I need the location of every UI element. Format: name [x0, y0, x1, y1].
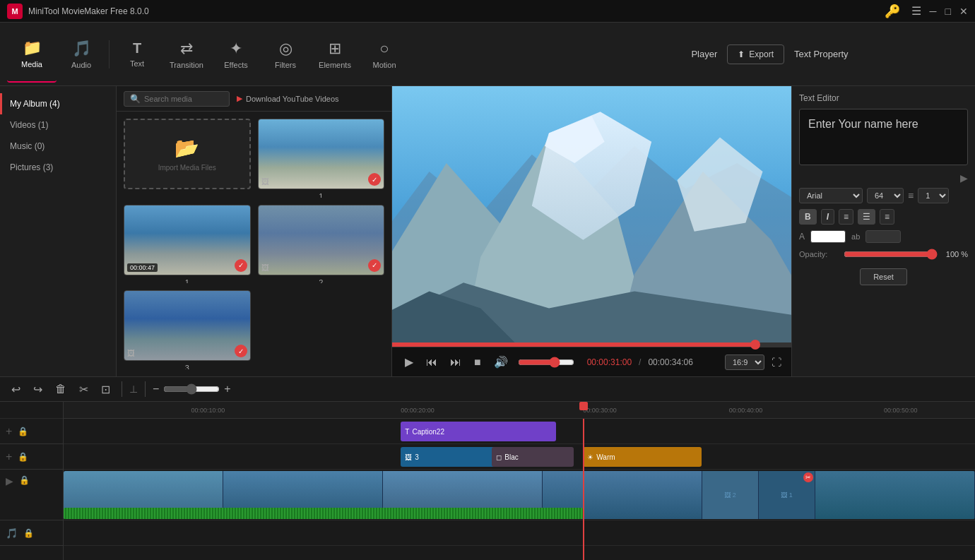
total-time: 00:00:34:06	[648, 357, 692, 367]
aspect-ratio-select[interactable]: 16:9 9:16 1:1 4:3	[725, 355, 764, 370]
media-thumb-1: 🖼 ✓	[258, 119, 385, 189]
sidebar-item-videos[interactable]: Videos (1)	[0, 114, 116, 136]
player-progress-bar[interactable]	[392, 342, 791, 347]
sidebar-item-music[interactable]: Music (0)	[0, 136, 116, 157]
opacity-slider[interactable]	[844, 249, 938, 260]
filter-black-clip[interactable]: ◻ Blac	[492, 447, 574, 467]
bold-button[interactable]: B	[799, 209, 817, 225]
zoom-slider[interactable]	[163, 383, 220, 395]
youtube-icon: ▶	[237, 94, 242, 103]
audio-track	[64, 520, 975, 546]
timeline-toolbar: ↩ ↪ 🗑 ✂ ⊡ ⊥ − +	[0, 376, 975, 402]
image-type-icon-4: 🖼	[127, 349, 135, 357]
toolbar-media[interactable]: 📁 Media	[7, 26, 57, 83]
motion-label: Motion	[372, 61, 396, 69]
minimize-button[interactable]: ─	[930, 6, 937, 17]
progress-fill	[392, 342, 755, 347]
search-input[interactable]	[144, 95, 229, 103]
toolbar-motion[interactable]: ○ Motion	[360, 26, 409, 83]
next-frame-button[interactable]: ⏭	[447, 353, 464, 371]
filters-label: Filters	[275, 61, 296, 69]
progress-thumb[interactable]	[750, 340, 760, 350]
play-button[interactable]: ▶	[402, 352, 416, 371]
sidebar-item-my-album[interactable]: My Album (4)	[0, 93, 116, 114]
maximize-button[interactable]: □	[945, 6, 951, 17]
sidebar-videos-label: Videos (1)	[10, 120, 48, 130]
sidebar: My Album (4) Videos (1) Music (0) Pictur…	[0, 86, 117, 376]
media-label-2: 1	[124, 278, 251, 284]
align-right-button[interactable]: ≡	[880, 209, 894, 225]
menu-icon[interactable]: ☰	[911, 4, 921, 18]
bg-color-swatch[interactable]	[865, 230, 901, 243]
video-overlay-icon: 🖼	[405, 453, 412, 461]
filter-warm-clip[interactable]: ☀ Warm	[583, 447, 702, 467]
playhead[interactable]	[583, 419, 584, 560]
toolbar-elements[interactable]: ⊞ Elements	[310, 26, 360, 83]
media-label-4: 3	[124, 364, 251, 369]
video-lock-icon[interactable]: 🔒	[19, 475, 30, 485]
audio-lock-icon[interactable]: 🔒	[23, 528, 34, 538]
filters-icon: ◎	[279, 40, 292, 58]
toolbar-filters[interactable]: ◎ Filters	[261, 26, 310, 83]
toolbar-effects[interactable]: ✦ Effects	[211, 26, 261, 83]
align-left-button[interactable]: ≡	[839, 209, 853, 225]
line-spacing-select[interactable]: 1 1.5 2	[918, 188, 949, 203]
lock-icon-2[interactable]: 🔒	[18, 452, 28, 462]
filter-black-label: Blac	[504, 453, 518, 461]
add-track-icon-1[interactable]: +	[6, 425, 12, 438]
media-item-2[interactable]: 00:00:47 ✓ 1	[124, 205, 251, 284]
toolbar-transition[interactable]: ⇄ Transition	[162, 26, 211, 83]
media-item-1[interactable]: 🖼 ✓ 1	[258, 119, 385, 198]
volume-button[interactable]: 🔊	[491, 352, 511, 371]
crop-button[interactable]: ⊡	[97, 381, 114, 398]
timeline-body: + 🔒 + 🔒 ▶ 🔒 🎵 🔒 00:00:10:00 00:00:20:00 …	[0, 402, 975, 560]
text-color-swatch[interactable]	[810, 230, 846, 243]
split-icon: ⊥	[129, 383, 138, 395]
export-button[interactable]: ⬆ Export	[727, 44, 784, 64]
search-icon: 🔍	[130, 94, 141, 104]
text-editor-box[interactable]: Enter Your name here	[799, 109, 968, 165]
undo-button[interactable]: ↩	[7, 381, 25, 398]
italic-button[interactable]: I	[821, 209, 834, 225]
ruler-20: 00:00:20:00	[401, 407, 435, 414]
volume-slider[interactable]	[518, 357, 574, 368]
yt-label: Download YouTube Videos	[246, 95, 339, 103]
expand-icon[interactable]: ▶	[960, 172, 968, 184]
fullscreen-button[interactable]: ⛶	[772, 357, 781, 368]
zoom-in-button[interactable]: +	[224, 383, 230, 395]
stop-button[interactable]: ■	[471, 353, 484, 371]
effects-icon: ✦	[230, 40, 242, 58]
sidebar-music-label: Music (0)	[10, 141, 45, 151]
image-clip-1: 🖼 1 ✂	[759, 471, 815, 519]
prev-frame-button[interactable]: ⏮	[423, 353, 440, 371]
cut-button[interactable]: ✂	[75, 381, 93, 398]
search-box: 🔍	[124, 91, 230, 107]
toolbar-audio[interactable]: 🎵 Audio	[57, 26, 106, 83]
redo-button[interactable]: ↪	[29, 381, 47, 398]
media-item-3[interactable]: 🖼 ✓ 2	[258, 205, 385, 284]
close-button[interactable]: ✕	[959, 6, 968, 17]
delete-button[interactable]: 🗑	[51, 381, 71, 397]
key-icon: 🔑	[885, 4, 900, 19]
font-size-select[interactable]: 64 32 48 72 96	[867, 188, 904, 203]
font-family-select[interactable]: Arial Times New Roman Helvetica	[799, 188, 863, 203]
add-track-icon-2[interactable]: +	[6, 451, 12, 463]
zoom-out-button[interactable]: −	[153, 383, 159, 395]
track-label-add-2: + 🔒	[0, 444, 63, 470]
reset-button[interactable]: Reset	[860, 268, 907, 285]
media-item-4[interactable]: 🖼 ✓ 3	[124, 290, 251, 369]
lock-icon-1[interactable]: 🔒	[18, 427, 28, 436]
media-toolbar: 🔍 ▶ Download YouTube Videos	[117, 86, 391, 112]
motion-icon: ○	[379, 40, 389, 58]
caption-clip[interactable]: T Caption22	[401, 422, 555, 441]
youtube-download-button[interactable]: ▶ Download YouTube Videos	[237, 94, 339, 103]
align-center-button[interactable]: ☰	[858, 209, 875, 225]
sidebar-item-pictures[interactable]: Pictures (3)	[0, 157, 116, 178]
main-area: My Album (4) Videos (1) Music (0) Pictur…	[0, 86, 975, 376]
img-clip-label-2: 🖼 1	[781, 492, 793, 499]
toolbar-text[interactable]: T Text	[112, 26, 162, 83]
media-thumb-4: 🖼 ✓	[124, 290, 251, 361]
text-content: Enter Your name here	[808, 118, 918, 130]
video-track-icon: ▶	[6, 475, 13, 487]
import-media-item[interactable]: 📂 Import Media Files	[124, 119, 251, 198]
